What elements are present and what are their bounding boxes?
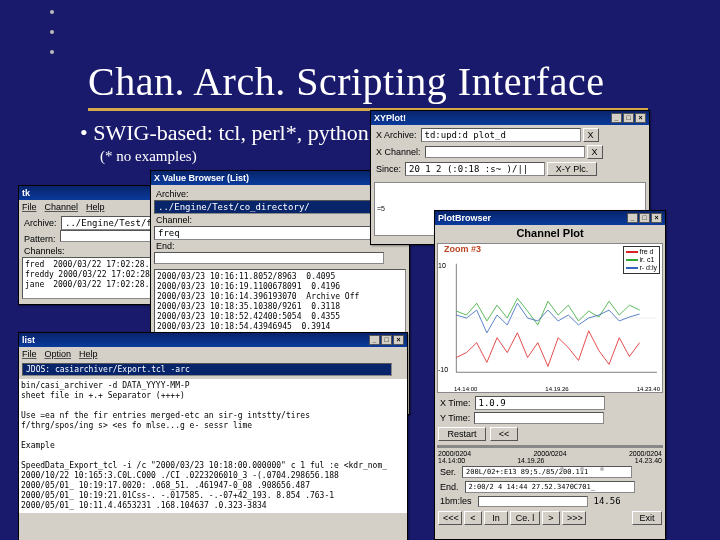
menu-help[interactable]: Help bbox=[86, 202, 105, 212]
menu-file[interactable]: File bbox=[22, 202, 37, 212]
xarchive-label: X Archive: bbox=[376, 130, 417, 140]
nav-center-button[interactable]: Ce. l bbox=[510, 511, 540, 525]
help-row: f/thrg/spos/ing s> <es fo mlse...g e- se… bbox=[21, 421, 405, 431]
menu-option[interactable]: Option bbox=[45, 349, 72, 359]
nav-prev-button[interactable]: < bbox=[464, 511, 482, 525]
end-label: End: bbox=[156, 241, 175, 251]
example-row: SpeedData_Export_tcl -i /c "2000/03/23 1… bbox=[21, 461, 405, 471]
channels-label: Channels: bbox=[24, 246, 65, 256]
ser-label: Ser. bbox=[440, 467, 456, 477]
bullet-line-2: (* no examples) bbox=[100, 148, 197, 165]
command-field[interactable]: JDOS: casiarchiver/Export.tcl -arc bbox=[22, 363, 392, 376]
btm-field[interactable] bbox=[478, 496, 588, 507]
xarchive-field[interactable]: td:upd:d plot_d bbox=[421, 128, 581, 142]
channel-plot-canvas[interactable]: Zoom #3 fre d ir. c1 r- d:ly 10 -10 14.1… bbox=[437, 243, 663, 393]
title-vb: X Value Browser (List) bbox=[154, 173, 249, 183]
table-row: 2000/03/23 10:18:54.43946945 0.3914 bbox=[157, 322, 403, 332]
xyplot-button[interactable]: X-Y Plc. bbox=[547, 162, 597, 176]
channel-field[interactable]: freq bbox=[154, 226, 384, 240]
list-body: bin/casi_archiver -d DATA_YYYY-MM-P shee… bbox=[19, 379, 407, 513]
btm-label: 1bm:les bbox=[440, 496, 472, 506]
nav-first-button[interactable]: <<< bbox=[438, 511, 462, 525]
table-row: 2000/03/23 10:16:19.1100678091 0.4196 bbox=[157, 282, 403, 292]
end-field[interactable] bbox=[154, 252, 384, 264]
title-pb: PlotBrowser bbox=[438, 213, 491, 223]
max-button[interactable]: □ bbox=[381, 335, 392, 345]
ytick: =5 bbox=[377, 205, 385, 212]
close-button[interactable]: × bbox=[635, 113, 646, 123]
table-row: 2000/03/23 10:18:35.10380/9261 0.3118 bbox=[157, 302, 403, 312]
ytime-label: Y Time: bbox=[440, 413, 470, 423]
xdate: 2000/0204 bbox=[629, 450, 662, 457]
ymin-tick: -10 bbox=[438, 366, 448, 373]
max-button[interactable]: □ bbox=[639, 213, 650, 223]
xdate: 2000/0204 bbox=[438, 450, 471, 457]
xarchive-button[interactable]: X bbox=[583, 128, 599, 142]
menu-help[interactable]: Help bbox=[79, 349, 98, 359]
xtime-field[interactable]: 1.0.9 bbox=[475, 396, 605, 410]
menu-channel[interactable]: Channel bbox=[45, 202, 79, 212]
back-button[interactable]: << bbox=[490, 427, 518, 441]
desc-row: sheet file in +.+ Separator (++++) bbox=[21, 391, 405, 401]
titlebar-pb[interactable]: PlotBrowser _ □ × bbox=[435, 211, 665, 225]
min-button[interactable]: _ bbox=[369, 335, 380, 345]
xchannel-button[interactable]: X bbox=[587, 145, 603, 159]
close-button[interactable]: × bbox=[651, 213, 662, 223]
menu-file[interactable]: File bbox=[22, 349, 37, 359]
min-button[interactable]: _ bbox=[611, 113, 622, 123]
archive-field[interactable]: ../Engine/Test/co_directory/ bbox=[154, 200, 384, 214]
nav-in-button[interactable]: In bbox=[484, 511, 508, 525]
xtick: 14.19.26 bbox=[545, 386, 568, 392]
channel-label: Channel: bbox=[156, 215, 192, 225]
example-row: 2000/10/22 10:165:3.C0L.C000 ./CI .02232… bbox=[21, 471, 405, 481]
xtick: 14.23.40 bbox=[637, 386, 660, 392]
xtime-label: X Time: bbox=[440, 398, 471, 408]
table-row: 2000/03/23 10:18:52.42400:5054 0.4355 bbox=[157, 312, 403, 322]
max-button[interactable]: □ bbox=[623, 113, 634, 123]
plot-title: Channel Plot bbox=[435, 225, 665, 241]
example-label: Example bbox=[21, 441, 405, 451]
title-xy: XYPlot! bbox=[374, 113, 406, 123]
end-label: End. bbox=[440, 482, 459, 492]
archive-label: Archive: bbox=[24, 218, 57, 228]
table-row: 2000/03/23 10:16:11.8052/8963 0.4095 bbox=[157, 272, 403, 282]
value-listbox[interactable]: 2000/03/23 10:16:11.8052/8963 0.4095 200… bbox=[154, 269, 406, 337]
close-button[interactable]: × bbox=[393, 335, 404, 345]
example-row: 2000/05/01_ 10:19:21.01Css-. -.017585. -… bbox=[21, 491, 405, 501]
ser-field[interactable]: 200L/02+:E13 89;5./85/200.111 bbox=[462, 466, 632, 478]
menubar-list: File Option Help bbox=[19, 347, 407, 360]
xchannel-label: X Channel: bbox=[376, 147, 421, 157]
since-label: Since: bbox=[376, 164, 401, 174]
min-button[interactable]: _ bbox=[627, 213, 638, 223]
titlebar-list[interactable]: list _ □ × bbox=[19, 333, 407, 347]
ytime-field[interactable] bbox=[474, 412, 604, 424]
title-list: list bbox=[22, 335, 35, 345]
pattern-label: Pattern: bbox=[24, 234, 56, 244]
nav-next-button[interactable]: > bbox=[542, 511, 560, 525]
xtick: 14.14:00 bbox=[454, 386, 477, 392]
restart-button[interactable]: Restart bbox=[438, 427, 486, 441]
help-row: Use =ea nf the fir entries merged-etc an… bbox=[21, 411, 405, 421]
table-row: 2000/03/23 10:16:14.396193070 Archive Of… bbox=[157, 292, 403, 302]
btm-value: 14.56 bbox=[594, 496, 621, 506]
bullet-line-1: • SWIG-based: tcl, perl*, python* bbox=[80, 120, 380, 146]
since-field[interactable]: 20 1 2 (:0:18 :s~ )/|| bbox=[405, 162, 545, 176]
desc-row: bin/casi_archiver -d DATA_YYYY-MM-P bbox=[21, 381, 405, 391]
window-list: list _ □ × File Option Help JDOS: casiar… bbox=[18, 332, 408, 540]
xchannel-field[interactable] bbox=[425, 146, 585, 158]
slide-title: Chan. Arch. Scripting Interface bbox=[88, 58, 604, 105]
example-row: 2000/05/01_ 10:11.4.4653231 .168.104637 … bbox=[21, 501, 405, 511]
nav-last-button[interactable]: >>> bbox=[562, 511, 586, 525]
ymax-tick: 10 bbox=[438, 262, 446, 269]
title-tk: tk bbox=[22, 188, 30, 198]
xdate: 2000/0204 bbox=[533, 450, 566, 457]
window-plotbrowser: PlotBrowser _ □ × Channel Plot Zoom #3 f… bbox=[434, 210, 666, 540]
archive-label: Archive: bbox=[156, 189, 189, 199]
titlebar-xy[interactable]: XYPlot! _ □ × bbox=[371, 111, 649, 125]
exit-button[interactable]: Exit bbox=[632, 511, 662, 525]
example-row: 2000/05/01_ 10:19:17.0020: .068_51. .461… bbox=[21, 481, 405, 491]
end-field[interactable]: 2:00/2 4 14:44 27.52.3470C701_ bbox=[465, 481, 635, 493]
